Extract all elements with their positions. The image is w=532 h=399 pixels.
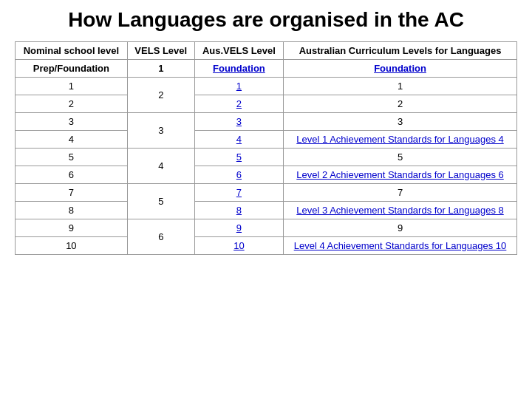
ac-level-cell[interactable]: Level 1 Achievement Standards for Langua… xyxy=(284,130,517,148)
ac-level-cell[interactable]: Level 2 Achievement Standards for Langua… xyxy=(284,166,517,183)
ausvels-level-cell[interactable]: 7 xyxy=(194,183,283,201)
vels-level-cell: 2 xyxy=(127,77,194,112)
ac-level-cell[interactable]: Level 4 Achievement Standards for Langua… xyxy=(284,236,517,254)
nominal-level-cell: Prep/Foundation xyxy=(16,59,128,77)
header-ac: Australian Curriculum Levels for Languag… xyxy=(284,41,517,59)
nominal-level-cell: 1 xyxy=(16,77,128,95)
ausvels-level-cell[interactable]: 2 xyxy=(194,95,283,112)
ac-level-cell: 1 xyxy=(284,77,517,95)
nominal-level-cell: 7 xyxy=(16,183,128,201)
header-ausvels: Aus.VELS Level xyxy=(194,41,283,59)
vels-level-cell: 6 xyxy=(127,219,194,254)
ausvels-level-cell[interactable]: 3 xyxy=(194,112,283,130)
ausvels-level-cell[interactable]: 9 xyxy=(194,219,283,236)
ausvels-level-cell[interactable]: 10 xyxy=(194,236,283,254)
ausvels-level-cell[interactable]: 1 xyxy=(194,77,283,95)
ac-level-cell: 5 xyxy=(284,148,517,166)
ausvels-level-cell[interactable]: 6 xyxy=(194,166,283,183)
vels-level-cell: 1 xyxy=(127,59,194,77)
ac-level-cell: 9 xyxy=(284,219,517,236)
ac-level-cell: 2 xyxy=(284,95,517,112)
vels-level-cell: 5 xyxy=(127,183,194,219)
ausvels-level-cell[interactable]: 5 xyxy=(194,148,283,166)
nominal-level-cell: 2 xyxy=(16,95,128,112)
ac-level-cell[interactable]: Level 3 Achievement Standards for Langua… xyxy=(284,201,517,219)
vels-level-cell: 4 xyxy=(127,148,194,183)
ausvels-level-cell[interactable]: Foundation xyxy=(194,59,283,77)
ac-level-cell[interactable]: Foundation xyxy=(284,59,517,77)
nominal-level-cell: 5 xyxy=(16,148,128,166)
vels-level-cell: 3 xyxy=(127,112,194,148)
main-table: Nominal school level VELS Level Aus.VELS… xyxy=(15,41,517,255)
page-title: How Languages are organised in the AC xyxy=(15,7,517,33)
nominal-level-cell: 8 xyxy=(16,201,128,219)
nominal-level-cell: 3 xyxy=(16,112,128,130)
nominal-level-cell: 6 xyxy=(16,166,128,183)
nominal-level-cell: 10 xyxy=(16,236,128,254)
ac-level-cell: 3 xyxy=(284,112,517,130)
ausvels-level-cell[interactable]: 4 xyxy=(194,130,283,148)
ac-level-cell: 7 xyxy=(284,183,517,201)
header-nominal: Nominal school level xyxy=(16,41,128,59)
header-vels: VELS Level xyxy=(127,41,194,59)
nominal-level-cell: 4 xyxy=(16,130,128,148)
ausvels-level-cell[interactable]: 8 xyxy=(194,201,283,219)
nominal-level-cell: 9 xyxy=(16,219,128,236)
